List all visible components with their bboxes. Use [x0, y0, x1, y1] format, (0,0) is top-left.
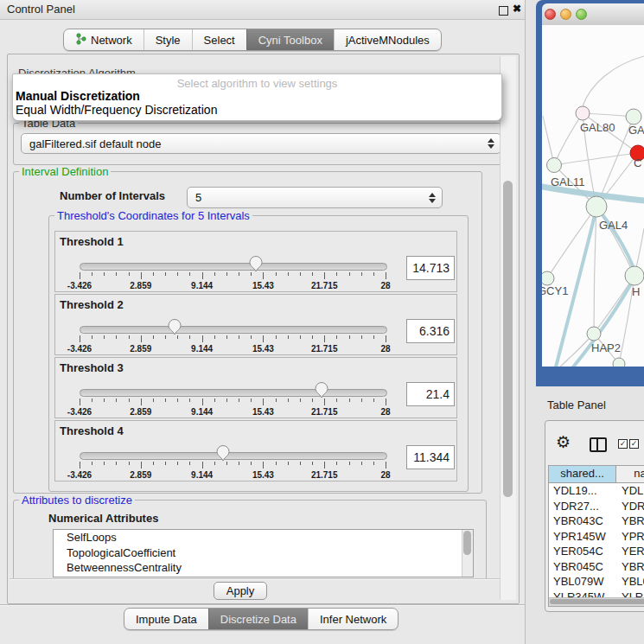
slider-tick [336, 335, 337, 339]
slider-thumb[interactable] [216, 445, 230, 462]
column-checkbox-icon[interactable]: ✓ [629, 439, 639, 449]
table-cell: YPR1 [613, 529, 644, 545]
table-h-scrollbar-thumb[interactable] [550, 599, 644, 604]
panel-scrollbar[interactable] [500, 56, 516, 600]
tab-jactivemnodules[interactable]: jActiveMNodules [334, 29, 441, 50]
network-node-label: GA [628, 124, 644, 137]
network-node[interactable] [586, 196, 607, 217]
slider-tick [141, 399, 142, 405]
table-row[interactable]: YDR27...YDR2 [549, 499, 644, 514]
slider-tick [141, 462, 142, 469]
table-row[interactable]: YDL19...YDL1 [549, 483, 644, 499]
slider-tick-label: 15.43 [252, 344, 274, 354]
threshold-value-field[interactable]: 6.316 [406, 319, 455, 343]
table-cell: YBL0 [613, 574, 644, 590]
threshold-value-field[interactable]: 11.344 [406, 445, 455, 469]
network-node[interactable] [547, 158, 562, 173]
number-of-intervals-select[interactable]: 5 [187, 187, 443, 208]
slider-tick [251, 335, 252, 339]
slider-tick-label: 28 [380, 470, 390, 480]
close-traffic-light-icon[interactable] [545, 9, 556, 20]
network-node[interactable] [576, 106, 590, 120]
slider-tick [263, 462, 264, 469]
slider-tick [251, 399, 252, 402]
slider-thumb[interactable] [315, 382, 328, 399]
table-cell: YER054C [549, 544, 613, 559]
table-column-header[interactable]: shared... [549, 466, 616, 482]
column-checkbox-icon[interactable]: ✓ [618, 439, 628, 449]
list-scrollbar-thumb[interactable] [463, 531, 471, 555]
tab-discretize-data[interactable]: Discretize Data [208, 609, 308, 629]
slider-tick [239, 272, 239, 276]
numerical-attributes-list[interactable]: SelfLoopsTopologicalCoefficientBetweenne… [53, 529, 474, 577]
slider-tick [104, 462, 105, 465]
tab-label: Style [156, 34, 181, 47]
network-node[interactable] [542, 271, 554, 285]
cyni-bottom-tabs: Impute DataDiscretize DataInfer Network [124, 608, 399, 630]
table-row[interactable]: YBR045CYBR0 [549, 559, 644, 575]
network-node[interactable] [587, 327, 601, 341]
slider-tick [312, 399, 313, 402]
slider-tick [116, 399, 117, 402]
slider-tick [226, 335, 227, 339]
slider-track[interactable] [80, 452, 387, 460]
slider-tick-label: -3.426 [67, 281, 92, 290]
slider-tick [386, 462, 386, 469]
algorithm-option[interactable]: Manual Discretization [16, 89, 140, 103]
tab-infer-network[interactable]: Infer Network [308, 609, 398, 629]
network-node[interactable] [626, 109, 641, 124]
tab-style[interactable]: Style [143, 29, 192, 50]
slider-tick [386, 335, 386, 342]
algorithm-option[interactable]: Equal Width/Frequency Discretization [16, 103, 217, 117]
tab-impute-data[interactable]: Impute Data [124, 609, 208, 629]
split-table-icon[interactable] [590, 437, 607, 452]
slider-thumb[interactable] [249, 256, 263, 272]
tab-cyni-toolbox[interactable]: Cyni Toolbox [246, 29, 334, 50]
slider-tick [349, 399, 350, 402]
close-icon[interactable]: ✖ [513, 3, 521, 15]
slider-track[interactable] [80, 389, 387, 397]
table-column-header[interactable]: na [616, 466, 644, 482]
table-data-select[interactable]: galFiltered.sif default node [21, 133, 501, 154]
network-window-titlebar[interactable] [542, 3, 644, 26]
network-node[interactable] [625, 266, 644, 285]
threshold-value-field[interactable]: 14.713 [406, 256, 455, 280]
slider-tick [189, 335, 190, 339]
table-row[interactable]: YPR145WYPR1 [549, 529, 644, 545]
slider-tick-label: 21.715 [311, 281, 338, 290]
attribute-list-item[interactable]: TopologicalCoefficient [54, 545, 473, 561]
threshold-value-field[interactable]: 21.4 [406, 382, 455, 406]
network-view-window[interactable]: GAL80GACGAL11GAL4GCY1HHAP2 [536, 0, 644, 386]
slider-tick [226, 462, 227, 465]
slider-tick [276, 462, 277, 465]
table-row[interactable]: YBL079WYBL0 [549, 574, 644, 590]
tab-network[interactable]: Network [64, 29, 143, 50]
list-scrollbar[interactable] [462, 530, 473, 577]
node-attribute-table[interactable]: shared...na YDL19...YDL1YDR27...YDR2YBR0… [548, 465, 644, 607]
control-panel-titlebar[interactable]: Control Panel ✖ [0, 0, 525, 20]
tab-select[interactable]: Select [192, 29, 246, 50]
settings-gear-icon[interactable]: ⚙ [556, 432, 571, 452]
table-h-scrollbar[interactable] [549, 597, 644, 606]
slider-tick [239, 399, 239, 402]
table-row[interactable]: YBR043CYBR0 [549, 513, 644, 529]
algorithm-placeholder: Select algorithm to view settings [13, 77, 501, 90]
float-window-icon[interactable] [499, 6, 508, 16]
slider-tick [214, 335, 215, 339]
slider-tick [165, 399, 166, 402]
attribute-list-item[interactable]: BetweennessCentrality [54, 560, 473, 576]
apply-button[interactable]: Apply [214, 582, 267, 600]
slider-tick [104, 272, 105, 276]
minimize-traffic-light-icon[interactable] [560, 9, 571, 20]
slider-track[interactable] [80, 326, 387, 334]
slider-tick [288, 335, 289, 339]
slider-track[interactable] [80, 263, 387, 271]
slider-tick-label: 9.144 [191, 344, 213, 354]
zoom-traffic-light-icon[interactable] [576, 9, 587, 20]
table-row[interactable]: YER054CYER0 [549, 544, 644, 559]
network-canvas[interactable]: GAL80GACGAL11GAL4GCY1HHAP2 [542, 25, 644, 367]
network-node[interactable] [613, 358, 625, 367]
slider-thumb[interactable] [168, 319, 182, 335]
attribute-list-item[interactable]: SelfLoops [54, 530, 473, 545]
panel-scrollbar-thumb[interactable] [503, 181, 513, 497]
